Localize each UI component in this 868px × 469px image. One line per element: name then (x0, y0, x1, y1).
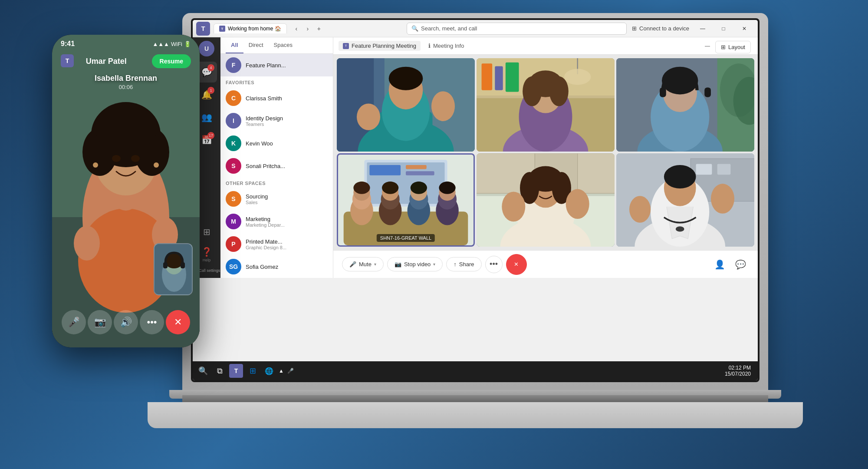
nav-buttons: ‹ › + (291, 23, 324, 34)
meeting-tab-active[interactable]: T Feature Planning Meeting (339, 41, 421, 51)
clarissa-info: Clarissa Smith (246, 95, 328, 102)
callee-name: Isabella Brennan (52, 74, 200, 83)
grid-icon: ⊞ (203, 227, 210, 237)
phone-contact-name: Umar Patel (86, 57, 127, 66)
svg-rect-53 (660, 88, 666, 97)
taskbar-edge-icon[interactable]: 🌐 (262, 364, 276, 378)
phone-more-button[interactable]: ••• (140, 310, 164, 334)
chat-item-marketing[interactable]: M Marketing Marketing Depar... (220, 210, 333, 233)
taskbar-teams-icon[interactable]: T (229, 364, 243, 378)
taskbar-search-icon[interactable]: 🔍 (196, 364, 210, 378)
marketing-sub: Marketing Depar... (246, 222, 328, 228)
svg-point-11 (131, 155, 140, 162)
kevin-info: Kevin Woo (246, 140, 328, 147)
mute-chevron: ▾ (374, 262, 376, 267)
phone-screen: 9:41 ▲▲▲ WiFi 🔋 T Umar Patel Resume Isab… (52, 35, 200, 347)
phone-top-bar: Umar Patel Resume (52, 54, 200, 68)
laptop-body: T T Working from home 🏠 ‹ › + (182, 13, 768, 391)
svg-point-103 (629, 196, 651, 222)
chat-item-sofia[interactable]: SG Sofia Gomez (220, 255, 333, 278)
address-bar[interactable]: 🔍 Search, meet, and call (407, 23, 627, 35)
stop-video-button[interactable]: 📷 Stop video ▾ (387, 257, 443, 271)
phone-speaker-button[interactable]: 🔊 (114, 310, 138, 334)
phone-status-icons: ▲▲▲ WiFi 🔋 (152, 41, 191, 47)
svg-rect-36 (495, 66, 503, 90)
maximize-button[interactable]: □ (713, 22, 733, 36)
layout-button[interactable]: ⊞ Layout (715, 41, 751, 53)
more-button[interactable]: ••• (485, 256, 503, 273)
tab-direct[interactable]: Direct (243, 37, 269, 53)
chat-item-kevin[interactable]: K Kevin Woo (220, 132, 333, 155)
taskbar-task-view[interactable]: ⧉ (213, 364, 227, 378)
meeting-tab-icon: T (343, 43, 349, 49)
meeting-info-tab[interactable]: ℹ Meeting Info (424, 41, 469, 51)
end-call-button[interactable]: ✕ (506, 254, 527, 275)
marketing-avatar: M (226, 214, 241, 229)
svg-point-91 (566, 189, 589, 219)
sofia-avatar: SG (226, 259, 241, 274)
chat-badge: 4 (207, 64, 214, 71)
share-button[interactable]: ↑ Share (446, 257, 481, 271)
chat-side-icon[interactable]: 💬 (732, 256, 749, 273)
chat-item-clarissa[interactable]: C Clarissa Smith (220, 87, 333, 109)
phone-time: 9:41 (61, 40, 75, 48)
tab-all[interactable]: All (226, 37, 243, 53)
meeting-minimize-button[interactable]: — (699, 39, 716, 53)
svg-rect-96 (717, 164, 731, 175)
svg-rect-37 (506, 63, 519, 92)
chat-item-printed[interactable]: P Printed Mate... Graphic Design 8... (220, 233, 333, 255)
svg-point-69 (382, 182, 398, 194)
chat-item-identity[interactable]: I Identity Design Teamers (220, 109, 333, 132)
meeting-titlebar: T Feature Planning Meeting ℹ Meeting Inf… (333, 37, 758, 55)
svg-point-77 (439, 182, 455, 194)
calendar-badge: 17 (207, 132, 214, 139)
svg-point-12 (93, 162, 98, 168)
mute-button[interactable]: 🎤 Mute ▾ (342, 257, 384, 271)
video-tile-2 (477, 58, 615, 152)
systray-caret[interactable]: ▲ (279, 368, 284, 374)
kevin-avatar: K (226, 135, 241, 151)
nav-forward-button[interactable]: › (302, 23, 313, 34)
svg-rect-20 (163, 262, 168, 268)
connect-to-device[interactable]: ⊞ Connect to a device (632, 25, 689, 32)
browser-titlebar: T T Working from home 🏠 ‹ › + (193, 20, 758, 37)
user-avatar[interactable]: U (199, 41, 214, 56)
video-tile-6 (616, 153, 754, 247)
tab-spaces[interactable]: Spaces (269, 37, 298, 53)
svg-point-10 (112, 155, 121, 162)
svg-rect-35 (482, 63, 493, 90)
phone-mic-button[interactable]: 🎤 (62, 310, 86, 334)
taskbar-date-value: 15/07/2020 (725, 371, 751, 377)
close-button[interactable]: ✕ (734, 22, 754, 36)
callee-info: Isabella Brennan 00:06 (52, 74, 200, 90)
taskbar-windows-icon[interactable]: ⊞ (246, 364, 260, 378)
laptop: T T Working from home 🏠 ‹ › + (182, 13, 768, 426)
sourcing-avatar: S (226, 191, 241, 207)
minimize-button[interactable]: — (693, 22, 713, 36)
svg-rect-21 (181, 262, 185, 268)
systray-mic-icon: 🎤 (287, 368, 294, 374)
resume-button[interactable]: Resume (152, 54, 191, 68)
svg-rect-83 (578, 153, 615, 193)
meeting-side-icons: 👤 💬 (711, 256, 749, 273)
marketing-info: Marketing Marketing Depar... (246, 216, 328, 228)
nav-back-button[interactable]: ‹ (291, 23, 302, 34)
phone-status-bar: 9:41 ▲▲▲ WiFi 🔋 (61, 40, 191, 48)
phone-video-button[interactable]: 📷 (88, 310, 112, 334)
clarissa-name: Clarissa Smith (246, 95, 328, 102)
chat-item-sourcing[interactable]: S Sourcing Sales (220, 188, 333, 210)
browser-tab-working[interactable]: T Working from home 🏠 (214, 23, 287, 33)
chat-item-sonali[interactable]: S Sonali Pritcha... (220, 155, 333, 177)
phone-end-call-button[interactable]: ✕ (166, 310, 190, 334)
notif-badge: 1 (207, 87, 214, 94)
favorites-header: Favorites (220, 76, 333, 87)
nav-new-tab-button[interactable]: + (314, 23, 324, 34)
kevin-name: Kevin Woo (246, 140, 328, 147)
chat-item-feature-planning[interactable]: F Feature Plann... (220, 54, 333, 76)
sonali-info: Sonali Pritcha... (246, 163, 328, 169)
participants-icon[interactable]: 👤 (711, 256, 728, 273)
sofia-info: Sofia Gomez (246, 264, 328, 270)
svg-rect-54 (704, 88, 711, 97)
phone-controls: 🎤 📷 🔊 ••• ✕ (52, 310, 200, 334)
svg-point-31 (357, 103, 380, 130)
